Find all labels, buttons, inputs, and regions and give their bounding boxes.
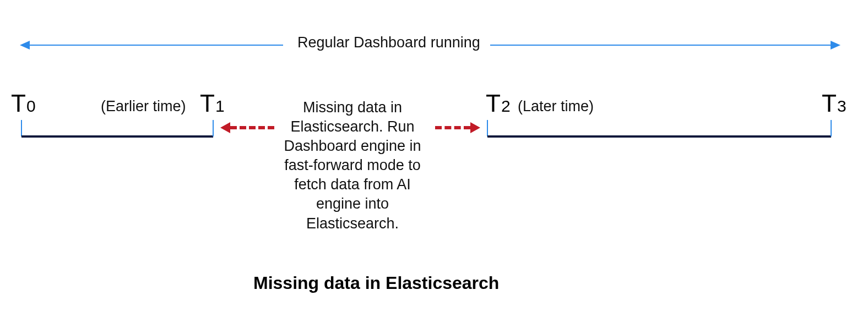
t3-sub: 3 — [837, 97, 847, 115]
t2-sub: 2 — [501, 97, 511, 115]
t1-letter: T — [200, 90, 215, 117]
gap-arrow-left-head — [220, 122, 230, 133]
earlier-time-label: (Earlier time) — [101, 98, 186, 115]
t0-sub: 0 — [26, 97, 36, 115]
axis-tick-t2 — [487, 120, 488, 136]
gap-arrow-dash-left — [230, 126, 274, 129]
t1-sub: 1 — [215, 97, 225, 115]
gap-arrow-dash-right — [435, 126, 470, 129]
axis-tick-t1 — [213, 120, 214, 136]
diagram-canvas: Regular Dashboard running T0 (Earlier ti… — [0, 0, 868, 328]
top-arrow-line-left — [30, 45, 283, 46]
axis-line-right — [487, 135, 831, 138]
time-point-t3: T3 — [822, 90, 847, 117]
axis-line-left — [21, 135, 213, 138]
top-arrow-label: Regular Dashboard running — [297, 34, 480, 51]
gap-description: Missing data in Elasticsearch. Run Dashb… — [270, 98, 435, 233]
time-point-t2: T2 — [486, 90, 511, 117]
figure-caption: Missing data in Elasticsearch — [253, 273, 499, 293]
later-time-label: (Later time) — [518, 98, 594, 115]
top-arrow-right-head — [831, 41, 840, 50]
t2-letter: T — [486, 90, 501, 117]
top-arrow-left-head — [20, 41, 30, 50]
top-arrow-line-right — [490, 45, 831, 46]
t3-letter: T — [822, 90, 837, 117]
time-point-t1: T1 — [200, 90, 225, 117]
t0-letter: T — [11, 90, 26, 117]
axis-tick-t0 — [21, 120, 22, 136]
time-point-t0: T0 — [11, 90, 36, 117]
gap-arrow-right-head — [470, 122, 480, 133]
axis-tick-t3 — [831, 120, 832, 136]
